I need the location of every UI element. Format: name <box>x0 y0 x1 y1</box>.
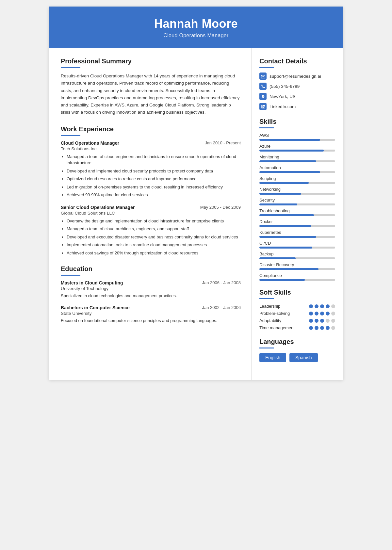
skill-item: Backup <box>259 251 335 259</box>
contact-phone: (555) 345-6789 <box>259 83 335 90</box>
bullet-item: Developed and executed disaster recovery… <box>67 234 241 240</box>
edu-header: Masters in Cloud Computing Jan 2006 - Ja… <box>61 280 241 285</box>
dot <box>309 312 313 315</box>
skill-name: Azure <box>259 144 335 149</box>
bullet-item: Optimized cloud resources to reduce cost… <box>67 176 241 182</box>
skill-item: AWS <box>259 133 335 141</box>
soft-skill-name: Adaptability <box>259 318 289 323</box>
skill-bar-bg <box>259 182 335 184</box>
edu-item: Masters in Cloud Computing Jan 2006 - Ja… <box>61 280 241 299</box>
skill-item: Monitoring <box>259 154 335 162</box>
dot <box>315 326 318 330</box>
dot <box>309 319 313 323</box>
bullet-item: Led migration of on-premises systems to … <box>67 184 241 190</box>
right-column: Contact Details support@resumedesign.ai … <box>252 48 343 380</box>
language-tag: English <box>259 353 286 362</box>
skill-bar-bg <box>259 236 335 238</box>
language-tag: Spanish <box>289 353 318 362</box>
contact-section: Contact Details support@resumedesign.ai … <box>259 57 335 110</box>
soft-skill-name: Leadership <box>259 304 289 309</box>
contact-location: NewYork, US <box>259 93 335 100</box>
skill-bar-bg <box>259 150 335 152</box>
skill-item: Security <box>259 198 335 205</box>
education-underline <box>61 275 80 276</box>
soft-skill-item: Adaptability <box>259 318 335 323</box>
summary-section: Professional Summary Results-driven Clou… <box>61 57 241 116</box>
languages-underline <box>259 348 274 348</box>
skill-name: Docker <box>259 219 335 224</box>
skill-item: Docker <box>259 219 335 227</box>
dot <box>331 326 335 330</box>
soft-skills-list: LeadershipProblem-solvingAdaptabilityTim… <box>259 304 335 330</box>
job-header: Cloud Operations Manager Jan 2010 - Pres… <box>61 140 241 146</box>
dot <box>309 304 313 308</box>
job-bullets: Oversaw the design and implementation of… <box>61 218 241 256</box>
languages-section: Languages EnglishSpanish <box>259 338 335 362</box>
candidate-title: Cloud Operations Manager <box>56 33 336 39</box>
job-bullets: Managed a team of cloud engineers and te… <box>61 154 241 198</box>
phone-icon <box>259 83 267 90</box>
skill-name: Backup <box>259 251 335 256</box>
dots-container <box>309 304 335 308</box>
left-column: Professional Summary Results-driven Clou… <box>49 48 252 380</box>
contact-linkedin: LinkedIn.com <box>259 103 335 110</box>
skill-bar-bg <box>259 225 335 227</box>
contact-underline <box>259 67 274 68</box>
skill-name: AWS <box>259 133 335 138</box>
email-value: support@resumedesign.ai <box>270 74 321 79</box>
soft-skill-name: Problem-solving <box>259 311 290 316</box>
language-tags: EnglishSpanish <box>259 353 335 362</box>
dot <box>326 319 330 323</box>
skill-bar-fill <box>259 214 314 216</box>
dot <box>320 304 324 308</box>
bullet-item: Managed a team of cloud architects, engi… <box>67 226 241 232</box>
skill-name: Networking <box>259 187 335 192</box>
job-title: Cloud Operations Manager <box>61 140 119 146</box>
candidate-name: Hannah Moore <box>56 17 336 31</box>
skill-bar-bg <box>259 203 335 205</box>
skill-bar-fill <box>259 247 312 249</box>
soft-skills-section: Soft Skills LeadershipProblem-solvingAda… <box>259 289 335 330</box>
skill-bar-bg <box>259 139 335 141</box>
soft-skill-item: Problem-solving <box>259 311 335 316</box>
job-item: Senior Cloud Operations Manager May 2005… <box>61 205 241 256</box>
dot <box>320 319 324 323</box>
contact-email: support@resumedesign.ai <box>259 73 335 80</box>
job-header: Senior Cloud Operations Manager May 2005… <box>61 205 241 210</box>
skill-bar-fill <box>259 268 318 270</box>
skill-name: CI/CD <box>259 241 335 246</box>
skill-name: Disaster Recovery <box>259 262 335 267</box>
soft-skills-underline <box>259 298 274 299</box>
dot <box>320 326 324 330</box>
bullet-item: Achieved cost savings of 20% through opt… <box>67 250 241 256</box>
soft-skills-title: Soft Skills <box>259 289 335 296</box>
skill-item: Azure <box>259 144 335 152</box>
skill-item: CI/CD <box>259 241 335 249</box>
job-date: May 2005 - Dec 2009 <box>200 205 241 210</box>
education-title: Education <box>61 265 241 273</box>
summary-title: Professional Summary <box>61 57 241 65</box>
location-value: NewYork, US <box>270 94 296 99</box>
dot <box>315 304 318 308</box>
dot <box>326 304 330 308</box>
dot <box>331 312 335 315</box>
skill-bar-fill <box>259 257 296 259</box>
contact-title: Contact Details <box>259 57 335 65</box>
job-company: Tech Solutions Inc. <box>61 146 241 151</box>
skill-item: Troubleshooting <box>259 208 335 216</box>
skill-name: Compliance <box>259 273 335 278</box>
edu-desc: Focused on foundational computer science… <box>61 317 241 324</box>
dot <box>326 326 330 330</box>
bullet-item: Achieved 99.99% uptime for cloud service… <box>67 192 241 198</box>
edu-date: Jan 2006 - Jan 2008 <box>202 280 241 285</box>
skill-bar-fill <box>259 139 320 141</box>
work-experience-section: Work Experience Cloud Operations Manager… <box>61 125 241 256</box>
skill-item: Kubernetes <box>259 230 335 238</box>
skill-bar-bg <box>259 160 335 162</box>
skill-bar-bg <box>259 247 335 249</box>
summary-underline <box>61 67 80 68</box>
bullet-item: Managed a team of cloud engineers and te… <box>67 154 241 166</box>
soft-skill-item: Time management <box>259 325 335 330</box>
dot <box>315 319 318 323</box>
skill-name: Automation <box>259 165 335 170</box>
